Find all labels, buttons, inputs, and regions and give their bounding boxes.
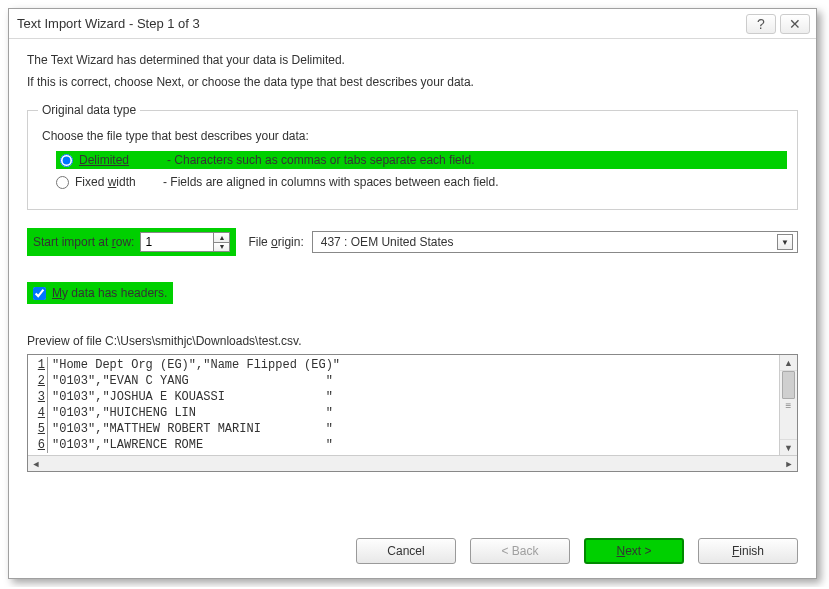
finish-button[interactable]: Finish bbox=[698, 538, 798, 564]
scroll-right-icon[interactable]: ► bbox=[781, 456, 797, 471]
radio-delimited[interactable] bbox=[60, 154, 73, 167]
cancel-button[interactable]: Cancel bbox=[356, 538, 456, 564]
group-prompt: Choose the file type that best describes… bbox=[42, 129, 787, 143]
radio-fixed-desc: - Fields are aligned in columns with spa… bbox=[163, 175, 499, 189]
group-legend: Original data type bbox=[38, 103, 140, 117]
vertical-scrollbar[interactable]: ▲ ≡ ▼ bbox=[779, 355, 797, 455]
headers-checkbox[interactable] bbox=[33, 287, 46, 300]
spinner-down[interactable]: ▼ bbox=[214, 242, 229, 252]
start-row-input[interactable] bbox=[141, 233, 213, 251]
preview-row: 6"0103","LAWRENCE ROME " bbox=[28, 437, 779, 453]
original-data-type-group: Original data type Choose the file type … bbox=[27, 103, 798, 210]
preview-row: 4"0103","HUICHENG LIN " bbox=[28, 405, 779, 421]
file-origin-value: 437 : OEM United States bbox=[321, 235, 777, 249]
radio-delimited-label: Delimited bbox=[79, 153, 163, 167]
headers-checkbox-block[interactable]: My data has headers. bbox=[27, 282, 173, 304]
radio-delimited-row[interactable]: Delimited - Characters such as commas or… bbox=[56, 151, 787, 169]
close-button[interactable]: ✕ bbox=[780, 14, 810, 34]
preview-row: 1"Home Dept Org (EG)","Name Flipped (EG)… bbox=[28, 357, 779, 373]
radio-fixed-width[interactable] bbox=[56, 176, 69, 189]
file-origin-select[interactable]: 437 : OEM United States ▼ bbox=[312, 231, 798, 253]
preview-label: Preview of file C:\Users\smithjc\Downloa… bbox=[27, 334, 798, 348]
radio-fixed-label: Fixed width bbox=[75, 175, 159, 189]
radio-delimited-desc: - Characters such as commas or tabs sepa… bbox=[167, 153, 474, 167]
intro-text-1: The Text Wizard has determined that your… bbox=[27, 53, 798, 67]
help-button[interactable]: ? bbox=[746, 14, 776, 34]
start-row-spinner[interactable]: ▲ ▼ bbox=[140, 232, 230, 252]
back-button[interactable]: < Back bbox=[470, 538, 570, 564]
scroll-grip-icon: ≡ bbox=[780, 398, 797, 412]
start-row-block: Start import at row: ▲ ▼ bbox=[27, 228, 236, 256]
preview-row: 2"0103","EVAN C YANG " bbox=[28, 373, 779, 389]
preview-list: 1"Home Dept Org (EG)","Name Flipped (EG)… bbox=[28, 355, 779, 455]
next-button[interactable]: Next > bbox=[584, 538, 684, 564]
import-row: Start import at row: ▲ ▼ File origin: 43… bbox=[27, 228, 798, 256]
window-title: Text Import Wizard - Step 1 of 3 bbox=[17, 16, 742, 31]
file-origin-label: File origin: bbox=[248, 235, 303, 249]
scroll-left-icon[interactable]: ◄ bbox=[28, 456, 44, 471]
title-bar: Text Import Wizard - Step 1 of 3 ? ✕ bbox=[9, 9, 816, 39]
scroll-down-icon[interactable]: ▼ bbox=[780, 439, 797, 455]
button-bar: Cancel < Back Next > Finish bbox=[9, 524, 816, 578]
content-area: The Text Wizard has determined that your… bbox=[9, 39, 816, 524]
preview-box: 1"Home Dept Org (EG)","Name Flipped (EG)… bbox=[27, 354, 798, 472]
radio-fixed-row[interactable]: Fixed width - Fields are aligned in colu… bbox=[56, 175, 787, 189]
intro-text-2: If this is correct, choose Next, or choo… bbox=[27, 75, 798, 89]
start-row-label: Start import at row: bbox=[33, 235, 134, 249]
preview-row: 5"0103","MATTHEW ROBERT MARINI " bbox=[28, 421, 779, 437]
dropdown-icon[interactable]: ▼ bbox=[777, 234, 793, 250]
dialog-window: Text Import Wizard - Step 1 of 3 ? ✕ The… bbox=[8, 8, 817, 579]
scroll-up-icon[interactable]: ▲ bbox=[780, 355, 797, 371]
scroll-thumb[interactable] bbox=[782, 371, 795, 399]
horizontal-scrollbar[interactable]: ◄ ► bbox=[28, 455, 797, 471]
headers-label: My data has headers. bbox=[52, 286, 167, 300]
spinner-up[interactable]: ▲ bbox=[214, 233, 229, 242]
preview-row: 3"0103","JOSHUA E KOUASSI " bbox=[28, 389, 779, 405]
